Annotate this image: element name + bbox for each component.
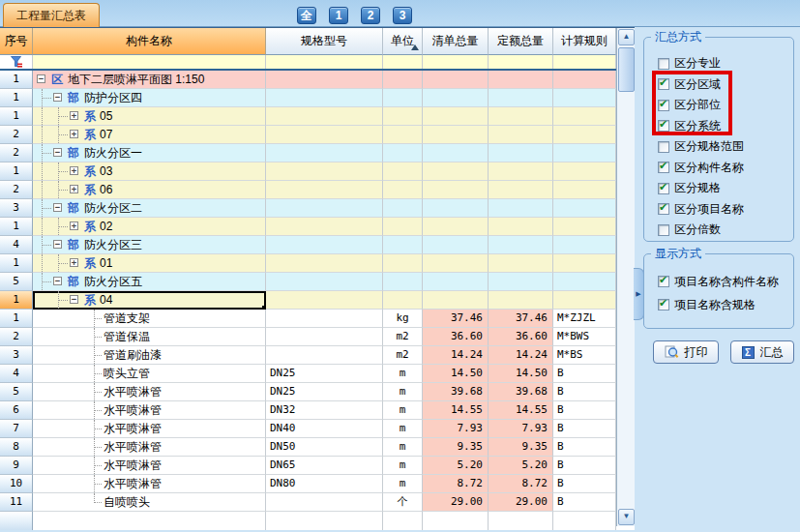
- filter-cell[interactable]: [383, 55, 423, 69]
- level-button-all[interactable]: 全: [297, 7, 316, 24]
- tree-row-part[interactable]: 4−部防火分区三: [0, 236, 635, 254]
- name-cell[interactable]: 喷头立管: [33, 365, 266, 383]
- tree-row-part[interactable]: 1−部防护分区四: [0, 89, 635, 107]
- level-button-2[interactable]: 2: [361, 7, 380, 24]
- tree-row-sys[interactable]: 1−系04: [0, 291, 635, 310]
- table-row[interactable]: 8水平喷淋管DN50m9.359.35B: [0, 438, 635, 457]
- column-header-3[interactable]: 规格型号: [266, 28, 383, 55]
- checkbox-icon[interactable]: [658, 183, 669, 194]
- level-button-1[interactable]: 1: [329, 7, 348, 24]
- filter-cell[interactable]: [33, 55, 266, 69]
- name-cell[interactable]: 水平喷淋管: [33, 438, 266, 457]
- name-cell[interactable]: +系02: [33, 218, 266, 236]
- table-row[interactable]: 2管道保温m236.6036.60M*BWS: [0, 328, 635, 346]
- expand-toggle-icon[interactable]: +: [70, 130, 78, 138]
- column-header-7[interactable]: 计算规则: [553, 28, 616, 55]
- name-cell[interactable]: 水平喷淋管: [33, 401, 266, 420]
- expand-toggle-icon[interactable]: −: [53, 203, 62, 212]
- name-cell[interactable]: −区地下二层喷淋平面图 1:150: [33, 71, 266, 89]
- tree-row-sys[interactable]: 2+系06: [0, 181, 635, 199]
- checkbox-summary-区分规格[interactable]: 区分规格: [644, 178, 793, 199]
- expand-toggle-icon[interactable]: −: [53, 93, 62, 102]
- name-cell[interactable]: +系01: [33, 254, 266, 273]
- scroll-up-icon[interactable]: ▲: [618, 29, 635, 45]
- table-row[interactable]: 10水平喷淋管DN80m8.728.72B: [0, 475, 635, 493]
- name-cell[interactable]: +系05: [33, 107, 266, 126]
- filter-cell[interactable]: [423, 55, 489, 69]
- expand-toggle-icon[interactable]: −: [53, 240, 62, 249]
- table-row[interactable]: 11自喷喷头个29.0029.00B: [0, 493, 635, 512]
- name-cell[interactable]: 管道保温: [33, 328, 266, 346]
- column-header-2[interactable]: 构件名称: [33, 28, 266, 55]
- name-cell[interactable]: 水平喷淋管: [33, 383, 266, 401]
- expand-toggle-icon[interactable]: −: [53, 277, 62, 285]
- tree-row-part[interactable]: 2−部防火分区一: [0, 144, 635, 163]
- tree-row-sys[interactable]: 2+系07: [0, 126, 635, 144]
- expand-toggle-icon[interactable]: +: [70, 111, 78, 120]
- table-row[interactable]: 1管道支架kg37.4637.46M*ZJZL: [0, 310, 635, 328]
- name-cell[interactable]: 水平喷淋管: [33, 420, 266, 438]
- vertical-scrollbar[interactable]: ▲ ▼: [616, 28, 635, 526]
- checkbox-summary-区分倍数[interactable]: 区分倍数: [644, 220, 793, 241]
- tab-quantity-summary[interactable]: 工程量汇总表: [3, 3, 100, 28]
- checkbox-summary-区分区域[interactable]: 区分区域: [644, 74, 793, 96]
- expand-toggle-icon[interactable]: −: [37, 74, 45, 83]
- expand-toggle-icon[interactable]: +: [70, 166, 78, 175]
- table-row[interactable]: 6水平喷淋管DN32m14.5514.55B: [0, 401, 635, 420]
- name-cell[interactable]: −部防火分区一: [33, 144, 266, 163]
- tree-row-sys[interactable]: 1+系05: [0, 107, 635, 126]
- column-header-6[interactable]: 定额总量: [489, 28, 553, 55]
- expand-toggle-icon[interactable]: +: [70, 185, 78, 193]
- name-cell[interactable]: 水平喷淋管: [33, 457, 266, 475]
- tree-row-sys[interactable]: 1+系02: [0, 218, 635, 236]
- name-cell[interactable]: −部防火分区三: [33, 236, 266, 254]
- checkbox-icon[interactable]: [658, 78, 669, 90]
- checkbox-icon[interactable]: [658, 141, 669, 153]
- scrollbar-thumb[interactable]: [618, 47, 635, 92]
- checkbox-summary-区分项目名称[interactable]: 区分项目名称: [644, 199, 793, 221]
- column-header-4[interactable]: 单位: [383, 28, 423, 55]
- name-cell[interactable]: 管道刷油漆: [33, 346, 266, 365]
- expand-toggle-icon[interactable]: +: [70, 258, 78, 267]
- name-cell[interactable]: +系07: [33, 126, 266, 144]
- checkbox-icon[interactable]: [658, 203, 669, 215]
- summarize-button[interactable]: Σ 汇总: [730, 340, 794, 364]
- print-button[interactable]: 打印: [653, 340, 719, 364]
- name-cell[interactable]: +系06: [33, 181, 266, 199]
- tree-row-part[interactable]: 3−部防火分区二: [0, 199, 635, 218]
- name-cell[interactable]: −部防火分区二: [33, 199, 266, 218]
- name-cell[interactable]: 自喷喷头: [33, 493, 266, 512]
- checkbox-icon[interactable]: [658, 120, 669, 132]
- name-cell[interactable]: −部防护分区四: [33, 89, 266, 107]
- checkbox-summary-区分构件名称[interactable]: 区分构件名称: [644, 158, 793, 179]
- checkbox-icon[interactable]: [658, 162, 669, 173]
- table-row[interactable]: 4喷头立管DN25m14.5014.50B: [0, 365, 635, 383]
- expand-toggle-icon[interactable]: −: [53, 148, 62, 157]
- checkbox-icon[interactable]: [658, 224, 669, 236]
- filter-cell[interactable]: [553, 55, 616, 69]
- name-cell[interactable]: −部防火分区五: [33, 273, 266, 291]
- tree-row-sys[interactable]: 1+系03: [0, 163, 635, 181]
- table-row[interactable]: 3管道刷油漆m214.2414.24M*BS: [0, 346, 635, 365]
- checkbox-display-项目名称含构件名称[interactable]: 项目名称含构件名称: [644, 270, 793, 293]
- filter-funnel-cell[interactable]: [0, 55, 33, 69]
- filter-cell[interactable]: [489, 55, 553, 69]
- checkbox-summary-区分专业[interactable]: 区分专业: [644, 53, 793, 74]
- name-cell[interactable]: +系03: [33, 163, 266, 181]
- checkbox-summary-区分规格范围[interactable]: 区分规格范围: [644, 136, 793, 158]
- checkbox-icon[interactable]: [658, 299, 669, 310]
- column-header-1[interactable]: 序号: [0, 28, 33, 55]
- name-cell[interactable]: −系04: [33, 291, 266, 310]
- checkbox-icon[interactable]: [658, 100, 669, 111]
- name-cell[interactable]: 水平喷淋管: [33, 475, 266, 493]
- table-row[interactable]: 5水平喷淋管DN25m39.6839.68B: [0, 383, 635, 401]
- tree-row-sys[interactable]: 1+系01: [0, 254, 635, 273]
- filter-cell[interactable]: [266, 55, 383, 69]
- level-button-3[interactable]: 3: [393, 7, 412, 24]
- scroll-down-icon[interactable]: ▼: [618, 509, 635, 525]
- table-row[interactable]: 9水平喷淋管DN65m5.205.20B: [0, 457, 635, 475]
- expand-toggle-icon[interactable]: +: [70, 222, 78, 230]
- checkbox-icon[interactable]: [658, 276, 669, 287]
- checkbox-summary-区分系统[interactable]: 区分系统: [644, 116, 793, 137]
- name-cell[interactable]: 管道支架: [33, 310, 266, 328]
